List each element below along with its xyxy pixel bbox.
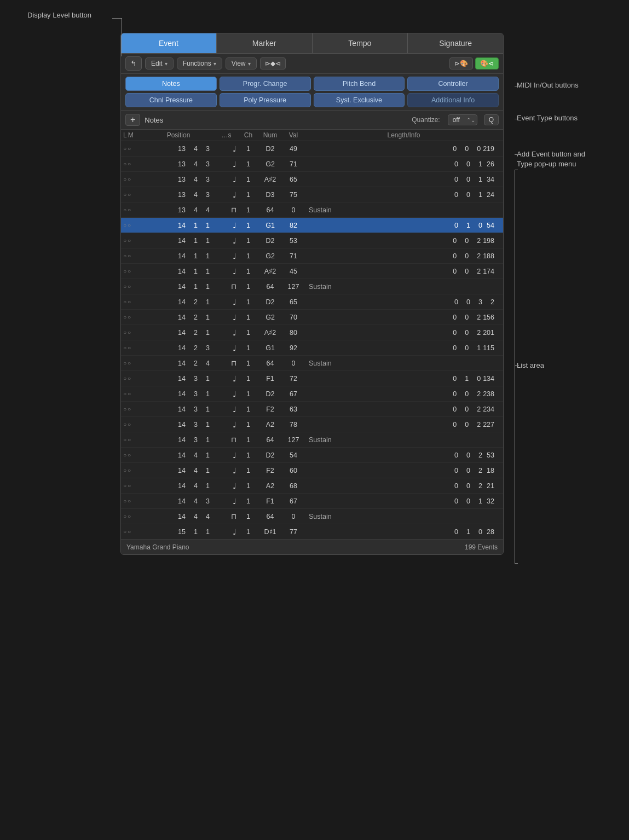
table-row[interactable]: ○○1441♩1D25400253 (121, 448, 503, 463)
cell-sub: ⊓ (214, 512, 239, 520)
quantize-select[interactable]: off 1/4 1/8 1/16 (448, 114, 477, 125)
cell-val: 67 (282, 497, 304, 505)
tab-event[interactable]: Event (121, 33, 217, 53)
cell-ch: 1 (239, 314, 258, 321)
display-level-button[interactable]: ↰ (125, 56, 142, 71)
add-event-button[interactable]: + (125, 114, 140, 126)
cell-position: 1431 (143, 436, 214, 444)
cell-val: 54 (282, 451, 304, 459)
table-row[interactable]: ○○1421♩1D2650032 (121, 294, 503, 310)
table-row[interactable]: ○○1411♩1D253002198 (121, 233, 503, 248)
cell-ch: 1 (239, 206, 258, 214)
note-icon: ♩ (233, 175, 236, 184)
cell-sub: ♩ (214, 482, 239, 490)
table-row[interactable]: ○○1441♩1F26000218 (121, 463, 503, 478)
table-row[interactable]: ○○1411⊓164127Sustain (121, 279, 503, 294)
cell-sub: ⊓ (214, 436, 239, 444)
cell-num: A♯2 (258, 175, 282, 183)
midi-in-button[interactable]: ⊳🎨 (449, 57, 473, 69)
cell-ch: 1 (239, 497, 258, 505)
cell-position: 1423 (143, 344, 214, 352)
midi-out-button[interactable]: 🎨⊲ (475, 57, 499, 69)
cell-ch: 1 (239, 528, 258, 536)
note-icon: ♩ (233, 313, 236, 322)
table-row[interactable]: ○○1444⊓1640Sustain (121, 509, 503, 524)
view-arrow: ▾ (248, 61, 251, 67)
cell-ch: 1 (239, 237, 258, 245)
table-row[interactable]: ○○1431♩1A278002227 (121, 417, 503, 432)
table-row[interactable]: ○○1511♩1D♯17701028 (121, 524, 503, 540)
cell-num: G2 (258, 314, 282, 321)
view-button[interactable]: View ▾ (226, 57, 257, 69)
note-icon: ♩ (233, 236, 236, 245)
cell-sub: ♩ (214, 313, 239, 322)
table-row[interactable]: ○○1431♩1D267002238 (121, 386, 503, 402)
tab-marker[interactable]: Marker (217, 33, 313, 53)
table-row[interactable]: ○○1431♩1F172010134 (121, 371, 503, 386)
ann-bracket-bottom (515, 563, 518, 564)
cell-ch: 1 (239, 329, 258, 337)
cell-num: D3 (258, 191, 282, 199)
note-icon: ♩ (233, 374, 236, 383)
cell-num: G2 (258, 252, 282, 260)
edit-button[interactable]: Edit ▾ (145, 57, 174, 69)
cell-num: A2 (258, 482, 282, 490)
cell-val: 75 (282, 191, 304, 199)
table-row[interactable]: ○○1441♩1A26800221 (121, 478, 503, 494)
q-button[interactable]: Q (484, 114, 499, 125)
ann-line-listarea (515, 365, 519, 366)
table-row[interactable]: ○○1431⊓164127Sustain (121, 432, 503, 448)
tab-signature[interactable]: Signature (408, 33, 503, 53)
add-event-annotation: Add Event button andType pop-up menu (517, 149, 626, 169)
cell-num: A♯2 (258, 267, 282, 275)
cell-lm: ○○ (121, 253, 143, 259)
table-row[interactable]: ○○1411♩1G271002188 (121, 248, 503, 264)
poly-pressure-button[interactable]: Poly Pressure (220, 93, 311, 107)
filter-button[interactable]: ⊳◆⊲ (260, 57, 286, 69)
cell-lm: ○○ (121, 406, 143, 412)
progr-change-button[interactable]: Progr. Change (220, 77, 311, 91)
functions-button[interactable]: Functions ▾ (177, 57, 222, 69)
chnl-pressure-button[interactable]: Chnl Pressure (125, 93, 217, 107)
cell-lm: ○○ (121, 467, 143, 473)
cell-ch: 1 (239, 436, 258, 444)
cell-ch: 1 (239, 375, 258, 383)
cell-num: D2 (258, 390, 282, 398)
table-row[interactable]: ○○1343♩1A♯26500134 (121, 172, 503, 187)
cell-lm: ○○ (121, 237, 143, 244)
table-row[interactable]: ○○1343♩1D37500124 (121, 187, 503, 202)
cell-position: 1421 (143, 329, 214, 337)
table-row[interactable]: ○○1411♩1G18201054 (121, 218, 503, 233)
cell-val: 0 (282, 206, 304, 214)
cell-sub: ♩ (214, 497, 239, 506)
cell-length: 001115 (304, 344, 503, 352)
tab-tempo[interactable]: Tempo (313, 33, 408, 53)
table-row[interactable]: ○○1343♩1G27100126 (121, 157, 503, 172)
display-level-annotation: Display Level button (27, 11, 91, 19)
table-row[interactable]: ○○1424⊓1640Sustain (121, 356, 503, 371)
additional-info-button[interactable]: Additional Info (407, 93, 499, 107)
syst-exclusive-button[interactable]: Syst. Exclusive (314, 93, 405, 107)
cell-ch: 1 (239, 482, 258, 490)
cell-num: D2 (258, 237, 282, 245)
cell-length: Sustain (304, 360, 503, 367)
table-row[interactable]: ○○1421♩1A♯280002201 (121, 325, 503, 340)
note-icon: ♩ (233, 328, 236, 337)
cell-val: 71 (282, 252, 304, 260)
table-row[interactable]: ○○1443♩1F16700132 (121, 494, 503, 509)
cell-length: 002156 (304, 314, 503, 321)
note-icon: ♩ (233, 390, 236, 398)
right-annotations: MIDI In/Out buttons Event Type buttons A… (512, 33, 629, 525)
event-type-annotation: Event Type buttons (517, 114, 578, 122)
notes-button[interactable]: Notes (125, 77, 217, 91)
pitch-bend-button[interactable]: Pitch Bend (314, 77, 405, 91)
cell-ch: 1 (239, 268, 258, 275)
controller-button[interactable]: Controller (407, 77, 499, 91)
table-row[interactable]: ○○1423♩1G192001115 (121, 340, 503, 356)
table-row[interactable]: ○○1421♩1G270002156 (121, 310, 503, 325)
table-row[interactable]: ○○1343♩1D249000219 (121, 141, 503, 157)
table-row[interactable]: ○○1411♩1A♯245002174 (121, 264, 503, 279)
table-row[interactable]: ○○1344⊓1640Sustain (121, 202, 503, 218)
cell-lm: ○○ (121, 421, 143, 427)
table-row[interactable]: ○○1431♩1F263002234 (121, 402, 503, 417)
